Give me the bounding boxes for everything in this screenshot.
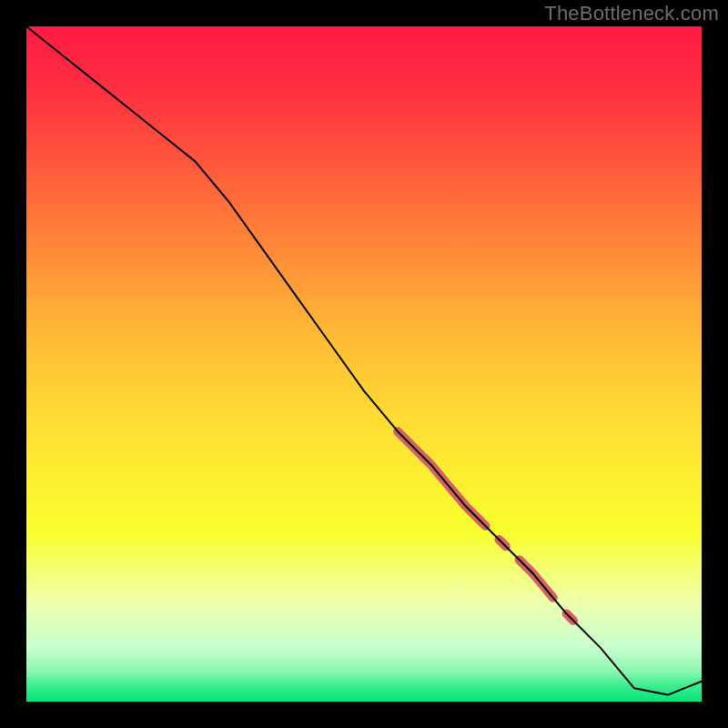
chart-svg (0, 0, 728, 728)
chart-stage: TheBottleneck.com (0, 0, 728, 728)
plot-background (26, 26, 702, 702)
watermark-text: TheBottleneck.com (544, 2, 719, 25)
